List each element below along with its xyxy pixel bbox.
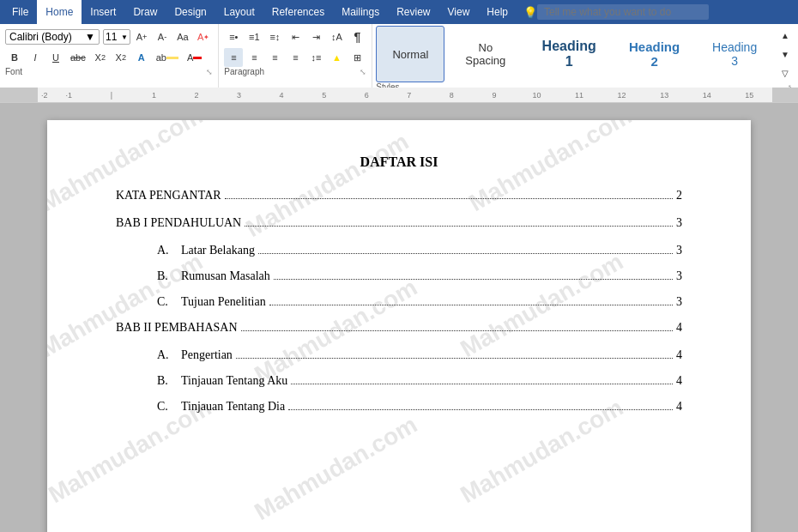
underline-button[interactable]: U [46, 48, 65, 67]
ribbon: File Home Insert Draw Design Layout Refe… [0, 0, 798, 88]
tab-view[interactable]: View [439, 0, 479, 24]
ruler: ·2 ·1 | 1 2 3 4 5 6 7 8 9 10 11 12 13 14… [0, 88, 798, 103]
bullets-button[interactable]: ≡• [224, 27, 243, 46]
style-heading2-button[interactable]: Heading 2 [614, 26, 695, 82]
increase-indent-button[interactable]: ⇥ [306, 27, 325, 46]
clear-format-button[interactable]: A✦ [194, 27, 213, 46]
styles-more-button[interactable]: ▽ [776, 63, 795, 82]
increase-font-size-button[interactable]: A+ [132, 27, 151, 46]
ruler-6: 6 [345, 91, 388, 100]
toc-page-bab1: 3 [676, 216, 682, 230]
borders-button[interactable]: ⊞ [348, 48, 366, 67]
ruler-8: 8 [431, 91, 474, 100]
font-color-button[interactable]: A [184, 48, 205, 67]
decrease-font-size-button[interactable]: A- [153, 27, 172, 46]
document-area: Mahmudan.com Mahmudan.com Mahmudan.com M… [0, 103, 798, 532]
ruler-7: 7 [388, 91, 431, 100]
font-controls-row1: Calibri (Body) ▼ 11 ▼ A+ A- Aa A✦ [5, 27, 213, 46]
highlight-color-button[interactable]: ab [153, 48, 182, 67]
line-spacing-button[interactable]: ↕≡ [306, 48, 325, 67]
align-right-button[interactable]: ≡ [265, 48, 284, 67]
ruler-10: 10 [516, 91, 559, 100]
text-effects-button[interactable]: A [132, 48, 151, 67]
ruler-left-margin [0, 88, 38, 102]
document-title: DAFTAR ISI [116, 154, 682, 170]
superscript-button[interactable]: X2 [112, 48, 130, 67]
tab-review[interactable]: Review [388, 0, 438, 24]
ruler-14: 14 [686, 91, 728, 100]
numbering-button[interactable]: ≡1 [245, 27, 263, 46]
decrease-indent-button[interactable]: ⇤ [286, 27, 305, 46]
toc-label-b2: B. [157, 374, 181, 388]
change-case-button[interactable]: Aa [173, 27, 192, 46]
ruler-11: 11 [558, 91, 601, 100]
toc-text-tinjauan-dia: Tinjauan Tentang Dia [181, 400, 285, 414]
ruler-0: | [90, 91, 133, 100]
styles-buttons-row: Normal No Spacing Heading 1 Heading 2 He… [376, 26, 795, 82]
tab-references[interactable]: References [263, 0, 333, 24]
toc-text-rumusan-masalah: Rumusan Masalah [181, 269, 270, 283]
tab-help[interactable]: Help [478, 0, 517, 24]
font-family-chevron-icon: ▼ [85, 31, 95, 43]
subscript-button[interactable]: X2 [91, 48, 110, 67]
styles-scroll-up-button[interactable]: ▲ [776, 26, 795, 45]
help-search-input[interactable] [537, 4, 709, 20]
font-size-dropdown[interactable]: 11 ▼ [103, 29, 130, 45]
toc-text-tinjauan-aku: Tinjauan Tentang Aku [181, 374, 287, 388]
tab-home[interactable]: Home [37, 0, 82, 24]
align-left-button[interactable]: ≡ [224, 48, 243, 67]
style-heading3-button[interactable]: Heading 3 [697, 26, 772, 82]
justify-button[interactable]: ≡ [286, 48, 305, 67]
help-search-area: 💡 [517, 0, 709, 24]
italic-button[interactable]: I [26, 48, 45, 67]
style-heading1-button[interactable]: Heading 1 [526, 26, 612, 82]
show-formatting-button[interactable]: ¶ [348, 27, 366, 46]
tab-mailings[interactable]: Mailings [333, 0, 388, 24]
styles-group: Normal No Spacing Heading 1 Heading 2 He… [372, 24, 798, 88]
tab-insert[interactable]: Insert [82, 0, 124, 24]
ruler-13: 13 [643, 91, 686, 100]
toc-page-rumusan-masalah: 3 [676, 269, 682, 283]
ruler-right-margin [772, 88, 798, 102]
style-no-spacing-button[interactable]: No Spacing [446, 26, 524, 82]
bold-button[interactable]: B [5, 48, 24, 67]
align-center-button[interactable]: ≡ [245, 48, 263, 67]
toc-entry-tinjauan-dia: C. Tinjauan Tentang Dia 4 [157, 400, 682, 414]
tab-design[interactable]: Design [166, 0, 215, 24]
font-family-dropdown[interactable]: Calibri (Body) ▼ [5, 29, 100, 45]
sort-button[interactable]: ↕A [327, 27, 346, 46]
toc-dots-kata-pengantar [225, 198, 673, 199]
tab-file[interactable]: File [3, 0, 37, 24]
toc-entry-kata-pengantar: KATA PENGANTAR 2 [116, 189, 682, 203]
toc-dots-latar-belakang [258, 253, 673, 254]
toc-label-kata-pengantar: KATA PENGANTAR [116, 189, 221, 203]
paragraph-controls-row1: ≡• ≡1 ≡↕ ⇤ ⇥ ↕A ¶ [224, 27, 366, 46]
paragraph-group-label: Paragraph [224, 67, 264, 76]
toc-dots-bab2 [241, 330, 673, 331]
multilevel-list-button[interactable]: ≡↕ [265, 27, 284, 46]
ruler-neg2: ·2 [41, 91, 48, 100]
toc-entry-bab2: BAB II PEMBAHASAN 4 [116, 321, 682, 335]
toc-entry-bab1: BAB I PENDAHULUAN 3 [116, 216, 682, 230]
font-size-chevron-icon: ▼ [121, 33, 128, 41]
shading-button[interactable]: ▲ [327, 48, 346, 67]
strikethrough-button[interactable]: abc [67, 48, 89, 67]
font-controls-row2: B I U abc X2 X2 A ab A [5, 48, 213, 67]
style-normal-button[interactable]: Normal [376, 26, 444, 82]
paragraph-controls-row2: ≡ ≡ ≡ ≡ ↕≡ ▲ ⊞ [224, 48, 366, 67]
ribbon-toolbar-area: Calibri (Body) ▼ 11 ▼ A+ A- Aa A✦ B I U … [0, 24, 798, 88]
document-page: Mahmudan.com Mahmudan.com Mahmudan.com M… [47, 120, 751, 532]
paragraph-group-expand-icon[interactable]: ⤡ [360, 68, 366, 76]
toc-entry-tinjauan-aku: B. Tinjauan Tentang Aku 4 [157, 374, 682, 388]
ruler-3: 3 [218, 91, 261, 100]
toc-dots-rumusan-masalah [274, 279, 673, 280]
ruler-5: 5 [303, 91, 346, 100]
tab-layout[interactable]: Layout [215, 0, 263, 24]
toc-page-latar-belakang: 3 [676, 244, 682, 257]
ruler-2: 2 [175, 91, 218, 100]
font-group-expand-icon[interactable]: ⤡ [206, 68, 213, 76]
toc-page-tinjauan-dia: 4 [676, 400, 682, 414]
tab-draw[interactable]: Draw [124, 0, 166, 24]
toc-label-b1: B. [157, 269, 181, 283]
styles-scroll-down-button[interactable]: ▼ [776, 45, 795, 63]
